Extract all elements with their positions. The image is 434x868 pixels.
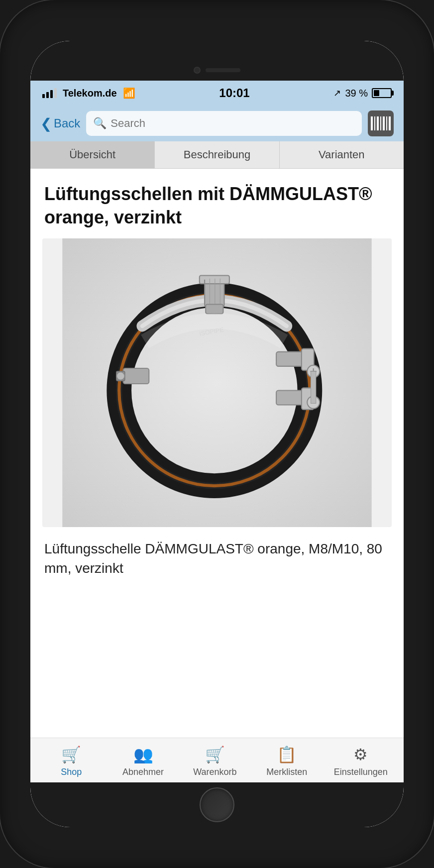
svg-rect-14	[276, 351, 305, 366]
bottom-tab-merklisten[interactable]: 📋 Merklisten	[262, 745, 312, 777]
signal-bar-2	[46, 92, 49, 98]
search-bar[interactable]: 🔍	[86, 111, 362, 136]
top-bezel	[30, 41, 404, 81]
svg-rect-11	[123, 368, 149, 384]
bottom-tab-shop[interactable]: 🛒 Shop	[46, 745, 96, 777]
barcode-icon	[371, 116, 391, 130]
bottom-tab-bar: 🛒 Shop 👥 Abnehmer 🛒 Warenkorb 📋 Merklist…	[30, 738, 404, 782]
product-svg: ISOPIPE	[42, 238, 392, 527]
tab-uebersicht[interactable]: Übersicht	[30, 141, 155, 168]
back-label: Back	[54, 116, 80, 130]
bookmark-icon: 📋	[277, 745, 297, 764]
signal-bars	[42, 88, 57, 98]
wifi-icon: 📶	[123, 87, 135, 99]
users-icon: 👥	[133, 745, 153, 764]
product-subtitle: Lüftungsschelle DÄMMGULAST® orange, M8/M…	[30, 527, 404, 590]
speaker	[206, 68, 240, 72]
svg-rect-5	[200, 275, 229, 284]
shop-icon: 🛒	[61, 745, 81, 764]
signal-bar-1	[42, 94, 45, 98]
abnehmer-label: Abnehmer	[122, 767, 164, 777]
nav-bar: ❮ Back 🔍	[30, 106, 404, 141]
chevron-left-icon: ❮	[40, 115, 52, 132]
back-button[interactable]: ❮ Back	[40, 115, 80, 132]
battery-icon	[372, 88, 392, 98]
camera	[194, 67, 201, 74]
status-right: ↗ 39 %	[333, 88, 392, 99]
barcode-button[interactable]	[368, 110, 394, 136]
search-input[interactable]	[110, 117, 355, 130]
bottom-bezel	[30, 782, 404, 827]
cart-icon: 🛒	[205, 745, 225, 764]
content-area: Lüftungsschellen mit DÄMMGULAST® orange,…	[30, 169, 404, 738]
status-left: Telekom.de 📶	[42, 87, 135, 99]
svg-rect-23	[311, 371, 316, 403]
status-time: 10:01	[135, 86, 334, 100]
product-title: Lüftungsschellen mit DÄMMGULAST® orange,…	[30, 169, 404, 238]
signal-bar-3	[50, 90, 53, 98]
home-button[interactable]	[200, 787, 234, 822]
phone-screen: Telekom.de 📶 10:01 ↗ 39 % ❮ Back 🔍	[30, 41, 404, 827]
tab-varianten[interactable]: Varianten	[280, 141, 404, 168]
svg-rect-10	[206, 304, 223, 314]
product-image: ISOPIPE	[42, 238, 392, 527]
battery-fill	[374, 90, 379, 96]
shop-label: Shop	[61, 767, 82, 777]
tab-bar: Übersicht Beschreibung Varianten	[30, 141, 404, 169]
warenkorb-label: Warenkorb	[193, 767, 236, 777]
bottom-tab-abnehmer[interactable]: 👥 Abnehmer	[118, 745, 168, 777]
bottom-tab-warenkorb[interactable]: 🛒 Warenkorb	[190, 745, 240, 777]
gear-icon: ⚙	[353, 745, 368, 764]
phone-frame: Telekom.de 📶 10:01 ↗ 39 % ❮ Back 🔍	[0, 0, 434, 868]
status-bar: Telekom.de 📶 10:01 ↗ 39 %	[30, 81, 404, 106]
location-icon: ↗	[333, 88, 341, 99]
signal-bar-4	[54, 88, 57, 98]
tab-beschreibung[interactable]: Beschreibung	[155, 141, 279, 168]
svg-point-13	[116, 372, 125, 380]
search-icon: 🔍	[93, 117, 107, 130]
merklisten-label: Merklisten	[266, 767, 307, 777]
carrier-label: Telekom.de	[63, 88, 117, 99]
bottom-tab-einstellungen[interactable]: ⚙ Einstellungen	[334, 745, 388, 777]
battery-percent: 39 %	[345, 88, 368, 99]
einstellungen-label: Einstellungen	[334, 767, 388, 777]
